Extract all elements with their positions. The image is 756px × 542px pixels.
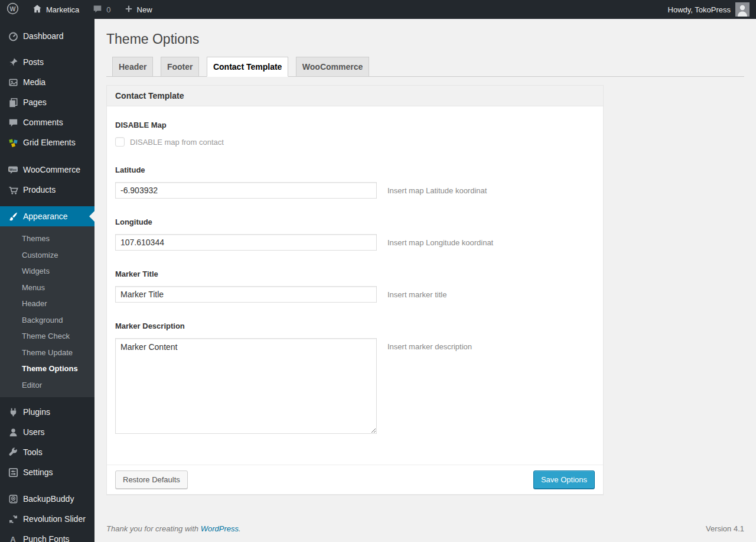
letter-a-icon: A <box>7 533 19 542</box>
sidebar-item-posts[interactable]: Posts <box>0 52 94 72</box>
settings-icon <box>7 466 19 478</box>
sidebar-item-comments[interactable]: Comments <box>0 112 94 132</box>
site-name-menu[interactable]: Marketica <box>25 0 86 19</box>
tab-woocommerce[interactable]: WooCommerce <box>296 57 369 77</box>
panel-body: DISABLE Map DISABLE map from contact Lat… <box>107 106 603 465</box>
disable-map-checkbox-row[interactable]: DISABLE map from contact <box>115 137 595 147</box>
tab-contact-template[interactable]: Contact Template <box>207 57 288 77</box>
brush-icon <box>7 210 19 222</box>
disable-map-checkbox[interactable] <box>115 137 125 147</box>
sidebar-item-revolution-slider[interactable]: Revolution Slider <box>0 509 94 529</box>
marker-title-label: Marker Title <box>115 270 595 278</box>
submenu-item-widgets[interactable]: Widgets <box>0 263 94 280</box>
sidebar-item-grid-elements[interactable]: Grid Elements <box>0 132 94 152</box>
pages-icon <box>7 96 19 108</box>
sidebar-item-dashboard[interactable]: Dashboard <box>0 26 94 46</box>
wordpress-logo-icon: W <box>6 2 19 17</box>
tab-bar: Header Footer Contact Template WooCommer… <box>106 57 744 77</box>
latitude-input[interactable] <box>115 182 377 199</box>
new-content-menu[interactable]: New <box>118 0 159 19</box>
version-label: Version 4.1 <box>706 524 744 533</box>
sidebar-item-plugins[interactable]: Plugins <box>0 402 94 422</box>
sidebar-item-label: Media <box>23 77 45 87</box>
marker-description-textarea[interactable]: Marker Content <box>115 338 377 434</box>
sidebar-item-users[interactable]: Users <box>0 422 94 442</box>
sidebar-item-backupbuddy[interactable]: BackupBuddy <box>0 489 94 509</box>
longitude-input[interactable] <box>115 234 377 251</box>
sidebar-item-label: Settings <box>23 468 53 477</box>
sidebar-item-label: Pages <box>23 98 47 107</box>
sidebar-item-label: Grid Elements <box>23 138 76 147</box>
sidebar-item-pages[interactable]: Pages <box>0 92 94 112</box>
latitude-field: Latitude Insert map Latitude koordinat <box>115 165 595 199</box>
sidebar-item-label: Tools <box>23 447 43 457</box>
site-name-label: Marketica <box>46 5 79 14</box>
footer-thanks: Thank you for creating with WordPress. <box>106 524 241 533</box>
sidebar-item-label: Dashboard <box>23 31 64 41</box>
current-menu-arrow <box>89 211 94 222</box>
sidebar-item-label: BackupBuddy <box>23 494 74 504</box>
sidebar-item-label: Revolution Slider <box>23 514 86 524</box>
page-title: Theme Options <box>106 19 744 48</box>
menu-separator <box>0 46 94 52</box>
comments-icon <box>7 116 19 128</box>
sidebar-item-label: Posts <box>23 57 44 67</box>
submenu-item-theme-check[interactable]: Theme Check <box>0 328 94 345</box>
plus-icon <box>124 4 133 15</box>
longitude-hint: Insert map Longitude koordinat <box>387 234 493 247</box>
howdy-account-menu[interactable]: Howdy, TokoPress <box>662 0 756 19</box>
wordpress-link[interactable]: WordPress <box>201 524 239 533</box>
menu-separator <box>0 397 94 402</box>
thanks-text: Thank you for creating with <box>106 524 201 533</box>
submenu-item-themes[interactable]: Themes <box>0 231 94 247</box>
refresh-arrows-icon <box>7 513 19 525</box>
sidebar-item-punch-fonts[interactable]: A Punch Fonts <box>0 529 94 542</box>
tab-header[interactable]: Header <box>112 57 153 77</box>
sidebar-item-products[interactable]: Products <box>0 180 94 200</box>
submenu-item-editor[interactable]: Editor <box>0 377 94 394</box>
sidebar-item-woocommerce[interactable]: Woo WooCommerce <box>0 160 94 180</box>
tab-footer[interactable]: Footer <box>161 57 200 77</box>
sidebar-item-tools[interactable]: Tools <box>0 442 94 462</box>
media-icon <box>7 76 19 88</box>
marker-title-hint: Insert marker title <box>387 286 447 299</box>
sidebar-item-settings[interactable]: Settings <box>0 462 94 482</box>
submenu-item-theme-options[interactable]: Theme Options <box>0 361 94 377</box>
page-footer: Thank you for creating with WordPress. V… <box>106 524 744 540</box>
admin-bar-right: Howdy, TokoPress <box>662 0 756 19</box>
submenu-item-theme-update[interactable]: Theme Update <box>0 345 94 361</box>
plugin-icon <box>7 406 19 418</box>
appearance-submenu: Themes Customize Widgets Menus Header Ba… <box>0 226 94 397</box>
sidebar-item-appearance[interactable]: Appearance <box>0 206 94 226</box>
longitude-label: Longitude <box>115 218 595 226</box>
user-avatar <box>735 2 750 17</box>
user-icon <box>7 426 19 438</box>
svg-text:W: W <box>10 5 16 12</box>
sidebar-item-label: Plugins <box>23 407 50 417</box>
sidebar-item-media[interactable]: Media <box>0 72 94 92</box>
admin-menu: Dashboard Posts Media Pages Comments Gri… <box>0 19 94 542</box>
marker-title-input[interactable] <box>115 286 377 303</box>
panel-header: Contact Template <box>107 86 603 106</box>
submenu-item-customize[interactable]: Customize <box>0 247 94 264</box>
sidebar-item-label: Appearance <box>23 212 68 221</box>
sidebar-item-label: Comments <box>23 118 63 127</box>
marker-description-field: Marker Description Marker Content Insert… <box>115 322 595 434</box>
restore-defaults-button[interactable]: Restore Defaults <box>115 470 188 489</box>
wordpress-logo-menu[interactable]: W <box>0 0 25 19</box>
submenu-item-header[interactable]: Header <box>0 296 94 312</box>
dashboard-icon <box>7 30 19 42</box>
submenu-item-background[interactable]: Background <box>0 312 94 329</box>
theme-options-panel: Contact Template DISABLE Map DISABLE map… <box>106 85 604 495</box>
wrench-icon <box>7 446 19 458</box>
comments-bubble-menu[interactable]: 0 <box>86 0 117 19</box>
grid-elements-icon <box>7 137 19 148</box>
marker-description-label: Marker Description <box>115 322 595 330</box>
sidebar-item-label: Users <box>23 427 45 437</box>
save-options-button[interactable]: Save Options <box>533 470 595 489</box>
sidebar-item-label: WooCommerce <box>23 165 80 174</box>
menu-separator <box>0 482 94 489</box>
latitude-hint: Insert map Latitude koordinat <box>387 182 487 195</box>
submenu-item-menus[interactable]: Menus <box>0 280 94 296</box>
menu-separator <box>0 152 94 160</box>
